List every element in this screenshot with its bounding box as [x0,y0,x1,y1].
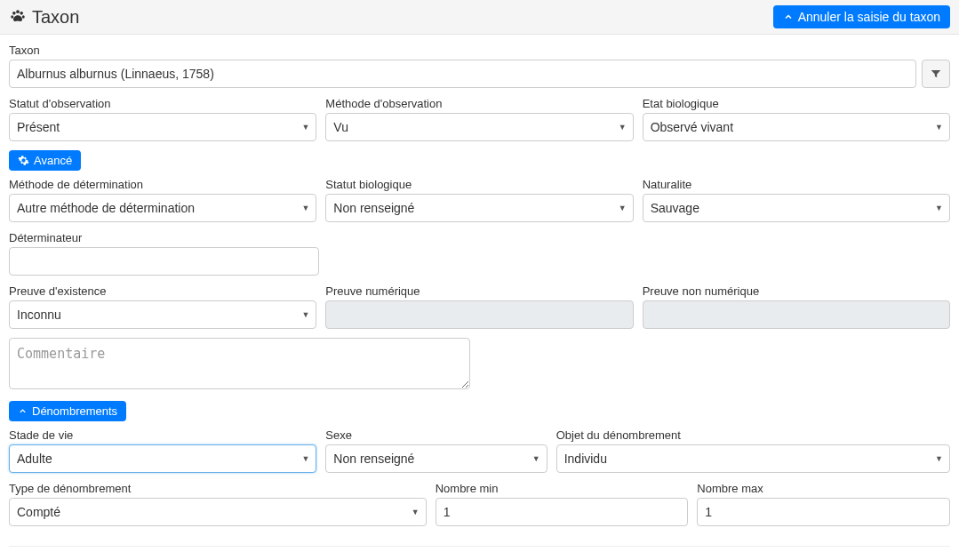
count-object-select[interactable]: Individu [556,444,950,473]
nb-min-input[interactable] [436,498,689,526]
det-method-select[interactable]: Autre méthode de détermination [9,194,316,222]
cancel-taxon-label: Annuler la saisie du taxon [798,10,940,24]
proof-exist-label: Preuve d'existence [9,284,316,298]
counts-toggle-label: Dénombrements [32,404,117,418]
count-type-select[interactable]: Compté [9,498,427,526]
proof-nondigital-label: Preuve non numérique [643,284,950,298]
comment-textarea[interactable] [9,338,470,389]
count-type-label: Type de dénombrement [9,482,427,495]
obs-method-label: Méthode d'observation [325,97,633,110]
nb-min-label: Nombre min [436,482,689,495]
determinateur-label: Déterminateur [9,231,319,244]
cancel-taxon-button[interactable]: Annuler la saisie du taxon [773,5,950,28]
header-bar: Taxon Annuler la saisie du taxon [0,0,959,35]
bio-status-select[interactable]: Non renseigné [325,194,633,222]
count-object-label: Objet du dénombrement [556,428,950,442]
taxon-filter-button[interactable] [922,60,950,88]
counts-toggle-button[interactable]: Dénombrements [9,401,126,421]
life-stage-select[interactable]: Adulte [9,444,316,473]
bio-status-label: Statut biologique [325,178,633,191]
filter-icon [930,68,942,80]
det-method-label: Méthode de détermination [9,178,316,191]
nb-max-input[interactable] [697,498,950,526]
taxon-input[interactable] [9,60,916,88]
naturalite-label: Naturalite [643,178,950,191]
obs-status-label: Statut d'observation [9,97,316,110]
advanced-toggle-label: Avancé [34,154,72,167]
svg-point-3 [11,15,13,19]
gear-icon [18,155,29,166]
proof-digital-label: Preuve numérique [325,284,633,298]
svg-point-1 [16,10,20,13]
nb-max-label: Nombre max [697,482,950,495]
proof-nondigital-input [643,300,950,329]
page-title: Taxon [9,7,79,28]
obs-status-select[interactable]: Présent [9,113,316,141]
paw-icon [9,8,27,26]
svg-point-0 [12,12,16,15]
chevron-up-icon [783,12,794,22]
taxon-label: Taxon [9,44,950,57]
svg-point-4 [22,15,25,19]
naturalite-select[interactable]: Sauvage [643,194,950,222]
determinateur-input[interactable] [9,247,319,276]
proof-digital-input [325,300,633,329]
bio-state-label: Etat biologique [643,97,950,110]
obs-method-select[interactable]: Vu [325,113,633,141]
svg-point-2 [20,12,23,15]
life-stage-label: Stade de vie [9,428,316,442]
sex-select[interactable]: Non renseigné [325,444,547,473]
proof-exist-select[interactable]: Inconnu [9,300,316,329]
bio-state-select[interactable]: Observé vivant [643,113,950,141]
page-title-text: Taxon [32,7,79,28]
divider [9,546,950,547]
sex-label: Sexe [325,428,547,442]
advanced-toggle-button[interactable]: Avancé [9,150,81,171]
chevron-up-icon [18,406,28,416]
